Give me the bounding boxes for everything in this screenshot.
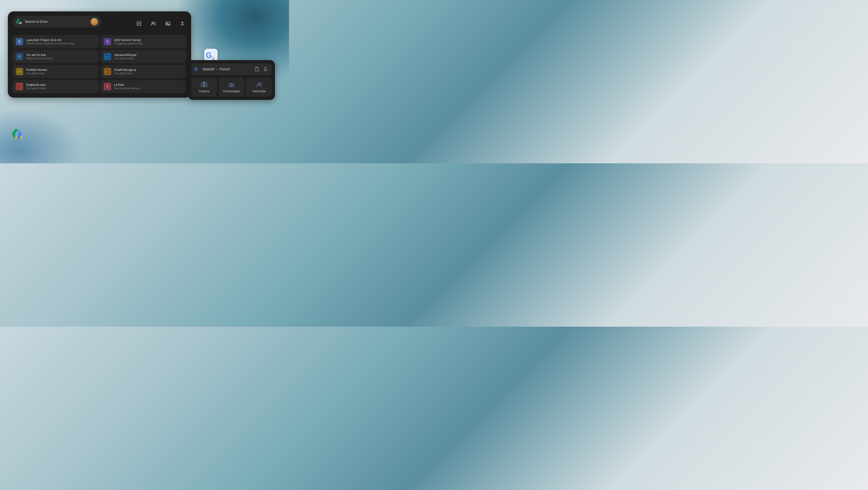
svg-rect-17: [18, 71, 21, 73]
file-meta: You opened today: [26, 87, 46, 90]
file-info-summit: 2022 Summit Survey Yangguang updated tod…: [114, 38, 143, 45]
file-meta: Randall Spence replied to a comment toda…: [26, 42, 74, 45]
svg-rect-20: [18, 85, 21, 88]
file-info-finallogo: FinalFinalLogo.ai You edited today: [114, 68, 136, 75]
avatar-image: [91, 18, 98, 26]
file-name: Volcano0309.psd: [114, 53, 136, 57]
ai-icon: Ai: [104, 68, 111, 75]
svg-point-44: [258, 83, 260, 85]
file-item-trix[interactable]: Trix are for kids Edited just now by Cho…: [12, 50, 99, 63]
svg-point-1: [152, 22, 153, 24]
drive-logo-icon: [16, 19, 22, 25]
svg-point-2: [154, 22, 155, 23]
photos-icon[interactable]: [164, 20, 172, 28]
translate-logo-icon: G: [194, 66, 200, 73]
file-item-laeats[interactable]: LA Eats Marcus shared with you: [100, 80, 187, 93]
file-name: FinalFinalLogo.ai: [114, 68, 136, 71]
translate-input: Spanish → French: [203, 67, 251, 71]
file-item-launched[interactable]: Launched: Project LB & MJ Randall Spence…: [12, 35, 99, 48]
svg-text:G: G: [194, 66, 198, 72]
svg-rect-36: [256, 67, 257, 68]
upload-icon[interactable]: [178, 20, 187, 28]
clipboard-icon[interactable]: [253, 66, 260, 73]
file-name: Portfolio Review: [26, 68, 47, 71]
file-info-dogmovie: DogMovie.mp4 You opened today: [26, 83, 46, 90]
svg-point-23: [107, 86, 108, 86]
file-item-portfolio[interactable]: Portfolio Review You edited today: [12, 65, 99, 78]
file-name: DogMovie.mp4: [26, 83, 46, 86]
video-icon: [16, 83, 23, 90]
file-meta: You edited today: [26, 72, 47, 75]
file-grid: Launched: Project LB & MJ Randall Spence…: [12, 35, 187, 93]
file-info-launched: Launched: Project LB & MJ Randall Spence…: [26, 38, 74, 45]
toolbar: [135, 20, 187, 28]
user-avatar[interactable]: [91, 18, 98, 26]
file-info-trix: Trix are for kids Edited just now by Cho…: [26, 53, 53, 60]
svg-text:Ai: Ai: [106, 71, 108, 73]
camera-icon: [201, 81, 208, 88]
transcribe-button[interactable]: Transcribe: [246, 78, 272, 96]
docs-icon: [16, 38, 23, 46]
conversation-label: Conversation: [223, 90, 240, 93]
conversation-button[interactable]: Conversation: [219, 78, 244, 96]
svg-point-43: [232, 83, 234, 85]
ps-icon: Ps: [104, 53, 111, 60]
drive-bottom-icon[interactable]: [11, 129, 23, 142]
file-item-summit[interactable]: 2022 Summit Survey Yangguang updated tod…: [100, 35, 187, 48]
camera-button[interactable]: Camera: [191, 78, 217, 96]
maps-icon: [104, 83, 111, 90]
file-meta: You opened today: [114, 57, 136, 60]
tasks-icon[interactable]: [135, 20, 143, 28]
file-info-volcano: Volcano0309.psd You opened today: [114, 53, 136, 60]
forms-icon: [104, 38, 111, 46]
svg-rect-37: [265, 67, 266, 70]
file-info-portfolio: Portfolio Review You edited today: [26, 68, 47, 75]
svg-rect-5: [18, 40, 21, 44]
file-meta: Yangguang updated today: [114, 42, 143, 45]
camera-label: Camera: [199, 90, 209, 93]
file-meta: You edited today: [114, 72, 136, 75]
docs-icon: [16, 53, 23, 60]
svg-point-42: [229, 83, 231, 85]
microphone-icon[interactable]: [262, 66, 269, 73]
svg-marker-21: [21, 86, 21, 87]
drive-widget: Search in Drive: [8, 11, 191, 97]
slides-icon: [16, 68, 23, 75]
file-item-finallogo[interactable]: Ai FinalFinalLogo.ai You edited today: [100, 65, 187, 78]
file-item-volcano[interactable]: Ps Volcano0309.psd You opened today: [100, 50, 187, 63]
file-name: 2022 Summit Survey: [114, 38, 143, 42]
file-name: LA Eats: [114, 83, 141, 86]
svg-point-41: [204, 84, 205, 85]
search-bar[interactable]: Search in Drive: [12, 16, 101, 28]
file-meta: Edited just now by Chou: [26, 57, 53, 60]
conversation-icon: [228, 81, 235, 88]
svg-text:Ps: Ps: [106, 56, 108, 58]
search-placeholder: Search in Drive: [25, 20, 91, 24]
file-name: Trix are for kids: [26, 53, 53, 57]
file-meta: Marcus shared with you: [114, 87, 141, 90]
translate-actions: Camera Conversation Transcribe: [191, 78, 272, 96]
svg-rect-9: [106, 40, 109, 44]
translate-input-row[interactable]: G Spanish → French: [191, 63, 272, 75]
translate-widget: G Spanish → French Ca: [188, 60, 275, 100]
svg-text:G: G: [206, 51, 212, 59]
people-icon[interactable]: [149, 20, 158, 28]
transcribe-label: Transcribe: [252, 90, 266, 93]
file-item-dogmovie[interactable]: DogMovie.mp4 You opened today: [12, 80, 99, 93]
file-info-laeats: LA Eats Marcus shared with you: [114, 83, 141, 90]
svg-rect-13: [18, 55, 21, 58]
file-name: Launched: Project LB & MJ: [26, 38, 74, 42]
transcribe-icon: [255, 81, 262, 88]
